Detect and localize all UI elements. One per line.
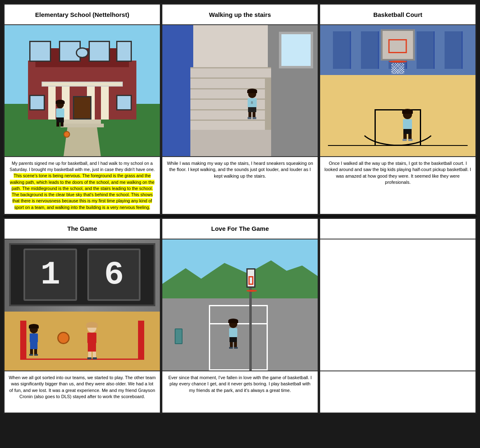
- cell-stairs: Walking up the stairs: [161, 3, 319, 215]
- cell3-title: Basketball Court: [320, 5, 475, 25]
- cell2-text: While I was making my way up the stairs,…: [162, 157, 318, 198]
- cell5-image: [162, 239, 318, 371]
- cell4-text: When we all got sorted into our teams, w…: [5, 371, 160, 413]
- cell6-image: [320, 239, 475, 371]
- cell6-text: [320, 371, 475, 413]
- cell-elementary-school: Elementary School (Nettelhorst): [3, 3, 161, 215]
- score-digit-1: 1: [23, 249, 77, 301]
- cell-love-for-the-game: Love For The Game: [161, 218, 319, 414]
- cell1-image: [5, 25, 160, 157]
- cell-the-game: The Game 1 6: [3, 218, 161, 414]
- cell5-title: Love For The Game: [162, 219, 318, 239]
- score-digit-2: 6: [87, 249, 141, 301]
- cell2-title: Walking up the stairs: [162, 5, 318, 25]
- cell1-title: Elementary School (Nettelhorst): [5, 5, 160, 25]
- cell4-title: The Game: [5, 219, 160, 239]
- cell1-text-highlighted: This scene's tone is being nervous. The …: [10, 173, 155, 209]
- cell-basketball-court: Basketball Court: [319, 3, 477, 215]
- cell3-image: [320, 25, 475, 157]
- cell1-text-normal: My parents signed me up for basketball, …: [9, 161, 155, 172]
- cell6-title: [320, 219, 475, 239]
- cell-empty: [319, 218, 477, 414]
- cell5-text: Ever since that moment, I've fallen in l…: [162, 371, 318, 413]
- cell3-text: Once I walked all the way up the stairs,…: [320, 157, 475, 198]
- cell4-image: 1 6: [5, 239, 160, 371]
- cell1-text: My parents signed me up for basketball, …: [5, 157, 160, 214]
- storyboard: Elementary School (Nettelhorst): [3, 3, 477, 414]
- cell2-image: 8: [162, 25, 318, 157]
